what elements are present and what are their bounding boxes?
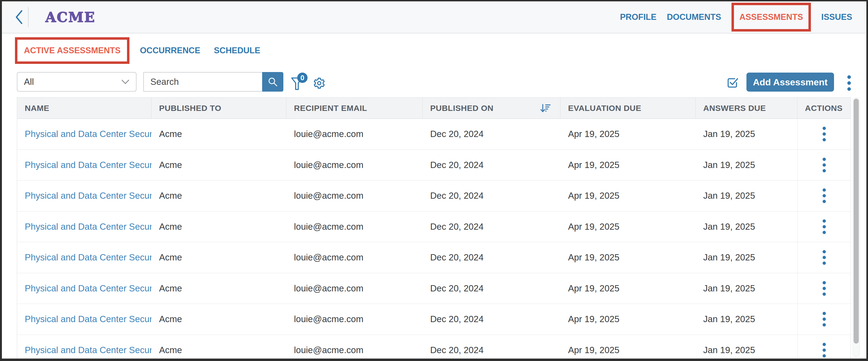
published-on-cell: Dec 20, 2024: [423, 273, 560, 304]
column-header-recipient-email[interactable]: RECIPIENT EMAIL: [286, 98, 423, 119]
assessment-name-link[interactable]: Physical and Data Center Securi ...: [25, 314, 152, 324]
name-cell: Physical and Data Center Securi ...: [17, 180, 152, 211]
row-actions-kebab-menu[interactable]: [823, 219, 826, 234]
published-on-cell: Dec 20, 2024: [423, 335, 560, 359]
nav-issues[interactable]: ISSUES: [821, 12, 852, 22]
actions-cell: [797, 119, 850, 150]
assessment-name-link[interactable]: Physical and Data Center Securi ...: [25, 222, 152, 232]
column-header-published-on[interactable]: PUBLISHED ON: [423, 98, 560, 119]
acme-logo: ACME: [45, 9, 95, 25]
chevron-left-icon: [13, 9, 26, 25]
recipient-email-cell: louie@acme.com: [286, 119, 423, 150]
table-header-row: NAME PUBLISHED TO RECIPIENT EMAIL PUBLIS…: [17, 98, 850, 119]
answers-due-cell: Jan 19, 2025: [695, 304, 797, 335]
published-to-cell: Acme: [152, 335, 286, 359]
column-header-evaluation-due[interactable]: EVALUATION DUE: [560, 98, 695, 119]
table-row: Physical and Data Center Securi ... Acme…: [17, 119, 850, 150]
evaluation-due-cell: Apr 19, 2025: [560, 335, 695, 359]
table-body: Physical and Data Center Securi ... Acme…: [17, 119, 850, 359]
table-row: Physical and Data Center Securi ... Acme…: [17, 211, 850, 242]
chevron-down-icon: [121, 79, 129, 84]
published-on-cell: Dec 20, 2024: [423, 304, 560, 335]
search-input[interactable]: [143, 72, 262, 92]
app-header: ACME PROFILE DOCUMENTS ASSESSMENTS ISSUE…: [2, 1, 866, 33]
tab-active-assessments[interactable]: ACTIVE ASSESSMENTS: [24, 46, 121, 56]
assessment-name-link[interactable]: Physical and Data Center Securi ...: [25, 191, 152, 201]
row-actions-kebab-menu[interactable]: [823, 250, 826, 265]
name-cell: Physical and Data Center Securi ...: [17, 242, 152, 273]
published-on-cell: Dec 20, 2024: [423, 119, 560, 150]
gear-icon: [313, 77, 326, 90]
row-actions-kebab-menu[interactable]: [823, 343, 826, 358]
bulk-select-button[interactable]: [726, 76, 739, 89]
filter-select-value: All: [24, 77, 121, 87]
assessment-name-link[interactable]: Physical and Data Center Securi ...: [25, 345, 152, 355]
recipient-email-cell: louie@acme.com: [286, 150, 423, 180]
column-header-answers-due[interactable]: ANSWERS DUE: [695, 98, 797, 119]
vertical-scrollbar[interactable]: [852, 97, 860, 357]
tab-occurrence[interactable]: OCCURRENCE: [140, 46, 200, 56]
actions-cell: [797, 211, 850, 242]
column-header-published-to[interactable]: PUBLISHED TO: [152, 98, 286, 119]
recipient-email-cell: louie@acme.com: [286, 273, 423, 304]
actions-cell: [797, 335, 850, 359]
assessment-name-link[interactable]: Physical and Data Center Securi ...: [25, 252, 152, 263]
assessments-tab-bar: ACTIVE ASSESSMENTS OCCURRENCE SCHEDULE: [2, 34, 866, 67]
evaluation-due-cell: Apr 19, 2025: [560, 242, 695, 273]
table-row: Physical and Data Center Securi ... Acme…: [17, 150, 850, 181]
recipient-email-cell: louie@acme.com: [286, 211, 423, 242]
nav-profile[interactable]: PROFILE: [620, 12, 656, 22]
row-actions-kebab-menu[interactable]: [823, 127, 826, 141]
answers-due-cell: Jan 19, 2025: [695, 335, 797, 359]
nav-documents[interactable]: DOCUMENTS: [667, 12, 721, 22]
name-cell: Physical and Data Center Securi ...: [17, 211, 152, 242]
assessment-name-link[interactable]: Physical and Data Center Securi ...: [25, 160, 152, 170]
add-assessment-button[interactable]: Add Assessment: [746, 73, 834, 92]
actions-cell: [797, 304, 850, 335]
assessment-name-link[interactable]: Physical and Data Center Securi ...: [25, 129, 152, 139]
name-cell: Physical and Data Center Securi ...: [17, 304, 152, 335]
assessment-name-link[interactable]: Physical and Data Center Securi ...: [25, 283, 152, 294]
name-cell: Physical and Data Center Securi ...: [17, 273, 152, 304]
settings-button[interactable]: [313, 77, 326, 90]
recipient-email-cell: louie@acme.com: [286, 180, 423, 211]
assessments-table: NAME PUBLISHED TO RECIPIENT EMAIL PUBLIS…: [17, 97, 851, 359]
actions-cell: [797, 242, 850, 273]
column-header-name[interactable]: NAME: [17, 98, 152, 119]
answers-due-cell: Jan 19, 2025: [695, 211, 797, 242]
actions-cell: [797, 180, 850, 211]
answers-due-cell: Jan 19, 2025: [695, 180, 797, 211]
actions-cell: [797, 273, 850, 304]
published-to-cell: Acme: [152, 273, 286, 304]
table-row: Physical and Data Center Securi ... Acme…: [17, 304, 850, 335]
search-button[interactable]: [262, 72, 283, 92]
nav-assessments[interactable]: ASSESSMENTS: [739, 12, 803, 22]
actions-cell: [797, 150, 850, 180]
table-row: Physical and Data Center Securi ... Acme…: [17, 273, 850, 304]
annotation-highlight-box: ACTIVE ASSESSMENTS: [15, 37, 129, 64]
table-toolbar: All 0 Add Assessment: [2, 67, 866, 98]
table-row: Physical and Data Center Securi ... Acme…: [17, 180, 850, 211]
published-on-cell: Dec 20, 2024: [423, 150, 560, 180]
row-actions-kebab-menu[interactable]: [823, 158, 826, 172]
filter-funnel-button[interactable]: 0: [291, 73, 308, 91]
name-cell: Physical and Data Center Securi ...: [17, 335, 152, 359]
evaluation-due-cell: Apr 19, 2025: [560, 180, 695, 211]
row-actions-kebab-menu[interactable]: [823, 188, 826, 203]
evaluation-due-cell: Apr 19, 2025: [560, 273, 695, 304]
row-actions-kebab-menu[interactable]: [823, 281, 826, 296]
top-navigation: PROFILE DOCUMENTS ASSESSMENTS ISSUES: [620, 3, 852, 32]
tab-schedule[interactable]: SCHEDULE: [214, 46, 260, 56]
column-header-actions: ACTIONS: [797, 98, 850, 119]
toolbar-kebab-menu[interactable]: [845, 75, 853, 91]
evaluation-due-cell: Apr 19, 2025: [560, 304, 695, 335]
answers-due-cell: Jan 19, 2025: [695, 119, 797, 150]
scrollbar-thumb[interactable]: [854, 99, 859, 343]
filter-category-select[interactable]: All: [17, 72, 136, 92]
back-button[interactable]: [13, 9, 26, 25]
row-actions-kebab-menu[interactable]: [823, 312, 826, 326]
evaluation-due-cell: Apr 19, 2025: [560, 211, 695, 242]
evaluation-due-cell: Apr 19, 2025: [560, 150, 695, 180]
name-cell: Physical and Data Center Securi ...: [17, 150, 152, 180]
sort-descending-icon: [539, 102, 551, 114]
